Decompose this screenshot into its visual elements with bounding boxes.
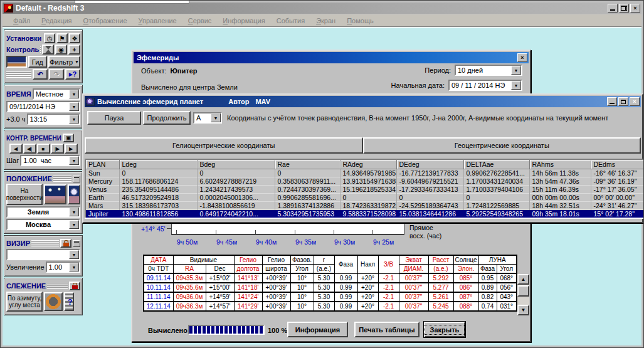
city-combo[interactable]: Москва ▼ (6, 219, 80, 230)
redshift-app-icon[interactable] (4, 4, 13, 13)
col-ldeg[interactable]: Ldeg (119, 159, 197, 169)
horizon-view-button[interactable] (6, 56, 27, 68)
collapse-icon[interactable] (73, 176, 80, 182)
heliocentric-button[interactable]: Гелиоцентрические координаты (85, 137, 363, 154)
col-plan[interactable]: PLAN (85, 159, 119, 169)
minimize-button[interactable] (607, 97, 617, 106)
magnifier-scene-button[interactable] (68, 184, 80, 204)
information-button[interactable]: Информация (287, 322, 348, 337)
time-mode-combo[interactable]: Местное ▼ (33, 88, 80, 100)
menu-file[interactable]: Файл (9, 16, 34, 26)
scroll-thumb[interactable] (517, 285, 529, 297)
print-table-button[interactable]: Печать таблицы (354, 322, 420, 337)
table-row[interactable]: 10.11.1409ч35.6м+15°00'141°18'+00°39'10°… (144, 283, 517, 292)
date-combo[interactable]: 09/11/2014 НЭ ▼ (6, 101, 80, 112)
restore-button[interactable] (619, 4, 629, 13)
table-row[interactable]: Sun00014.9364957919855-16.77121391778330… (85, 169, 644, 177)
chevron-down-icon[interactable]: ▼ (69, 220, 79, 229)
start-date-combo[interactable]: 09 / 11 / 2014 НЭ ▼ (448, 80, 522, 91)
menu-edit[interactable]: Редакция (37, 16, 77, 26)
compass-button[interactable] (44, 292, 63, 311)
col-bdeg[interactable]: Bdeg (197, 159, 275, 169)
scroll-up-button[interactable]: ▲ (517, 274, 529, 285)
orbit-button[interactable]: ◉ (55, 45, 67, 55)
context-help-button[interactable]: ▸? (65, 69, 80, 80)
collapse-icon[interactable] (73, 240, 80, 247)
zoom-combo[interactable]: 1.00 ▼ (46, 261, 80, 273)
chevron-down-icon[interactable]: ▼ (69, 156, 79, 165)
close-dialog-button[interactable]: Закрыть (424, 322, 465, 337)
chevron-down-icon[interactable]: ▼ (69, 263, 79, 272)
chevron-down-icon[interactable]: ▼ (69, 102, 79, 111)
chevron-down-icon[interactable]: ▼ (511, 81, 521, 90)
stop-button[interactable]: ■ (37, 144, 50, 154)
close-button[interactable]: × (517, 53, 527, 62)
menu-service[interactable]: Сервис (184, 16, 216, 26)
table-row[interactable]: 09.11.1409ч35.3м+15°02'141°13'+00°39'10°… (144, 273, 517, 283)
chevron-down-icon[interactable]: ▼ (69, 250, 79, 259)
menu-display[interactable]: Отображение (79, 16, 132, 26)
planet-combo[interactable]: Земля ▼ (6, 206, 80, 218)
vizier-lock-button[interactable] (60, 239, 71, 248)
table-row[interactable]: Mercury158.1176868061246.602492788872190… (85, 177, 644, 186)
clock-button[interactable]: ◷ (44, 33, 55, 43)
col-rahms[interactable]: RAhms (529, 159, 591, 169)
chevron-down-icon[interactable]: ▼ (211, 113, 221, 122)
chevron-down-icon[interactable]: ▼ (69, 208, 79, 216)
step-combo[interactable]: 1.00 час ▼ (20, 155, 80, 166)
col-dedeg[interactable]: DEdeg (396, 159, 463, 169)
step-back-button[interactable]: ◀| (23, 144, 36, 154)
table-row[interactable]: Mars315.183986173703-1.84381008566191.38… (85, 202, 644, 210)
minimize-button[interactable] (608, 4, 618, 13)
grip[interactable] (47, 283, 68, 289)
scroll-down-button[interactable]: ▼ (517, 305, 529, 315)
undo-button[interactable]: ↶ (33, 69, 48, 80)
film-help-button[interactable] (64, 292, 74, 311)
vizier-object-combo[interactable]: ▼ (6, 249, 80, 260)
chevron-down-icon[interactable]: ▼ (511, 66, 521, 75)
menu-control[interactable]: Управление (134, 16, 181, 26)
guide-button[interactable]: Гид (28, 56, 48, 68)
table-row[interactable]: 11.11.1409ч36.0м+14°59'141°24'+00°39'10°… (144, 292, 517, 302)
hourglass-button[interactable] (42, 45, 54, 55)
pause-button[interactable]: Пауза (87, 111, 141, 125)
filter-button[interactable]: Фильтр▼ (48, 56, 80, 68)
step-forward-button[interactable]: |▶ (51, 144, 64, 154)
close-button[interactable]: × (630, 97, 640, 106)
table-row[interactable]: Earth46.51732095249180.0002045001306...0… (85, 194, 644, 202)
table-row[interactable]: Venus235.3540951444861.24342174395730.72… (85, 186, 644, 194)
period-combo[interactable]: 10 дней ▼ (455, 65, 522, 76)
ra-scale-plot[interactable]: 9ч 50м 9ч 45м 9ч 40м 9ч 35м 9ч 30м 9ч 25… (171, 223, 404, 235)
menu-events[interactable]: События (272, 16, 309, 26)
col-radeg[interactable]: RAdeg (340, 159, 396, 169)
menu-screen[interactable]: Экран (312, 16, 340, 26)
play-back-button[interactable]: ◀ (9, 144, 23, 154)
continue-button[interactable]: Продолжить (143, 111, 191, 125)
surface-mode-button[interactable]: На поверхности (6, 184, 43, 205)
grip[interactable] (6, 71, 31, 78)
sun-button[interactable]: ❖ (69, 33, 80, 43)
record-button[interactable]: ▣ (63, 134, 74, 142)
chevron-down-icon[interactable]: ▼ (69, 90, 79, 98)
chevron-down-icon[interactable]: ▼ (69, 115, 79, 124)
table-scrollbar[interactable]: ▲ ▼ (517, 274, 529, 315)
pointer-button[interactable]: ⚑ (56, 33, 68, 43)
menu-help[interactable]: Помощь (342, 16, 378, 26)
geocentric-button[interactable]: Геоцентрические координаты (363, 137, 641, 154)
close-button[interactable]: × (630, 4, 640, 13)
play-forward-button[interactable]: ▶ (65, 144, 78, 154)
grip[interactable] (53, 176, 71, 182)
pan-button[interactable]: + (68, 45, 80, 55)
maximize-button[interactable] (618, 97, 628, 106)
col-dedms[interactable]: DEdms (591, 159, 644, 169)
mode-combo[interactable]: A ▼ (193, 112, 222, 124)
col-rae[interactable]: Rae (275, 159, 340, 169)
grip[interactable] (40, 46, 41, 53)
table-row[interactable]: Jupiter130.4986118128560.6491724042210..… (85, 210, 644, 219)
telescope-scene-button[interactable] (44, 184, 66, 204)
tracking-lock-button[interactable] (69, 282, 80, 290)
menu-information[interactable]: Информация (218, 16, 269, 26)
clock-time-combo[interactable]: 13:15 ▼ (27, 113, 80, 125)
table-row[interactable]: 12.11.1409ч36.3м+14°57'141°29'+00°39'10°… (144, 302, 517, 311)
col-deltaae[interactable]: DELTAae (463, 159, 529, 169)
